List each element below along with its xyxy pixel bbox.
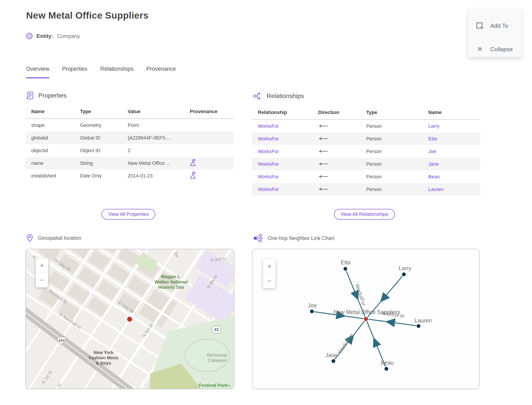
add-to-button[interactable]: Add To: [476, 22, 508, 30]
chart-zoom-in-button[interactable]: +: [263, 259, 276, 274]
link-chart-canvas[interactable]: Etta Larry Joe Lauren Jane Beau New Meta…: [253, 249, 479, 389]
table-row: WorksFor Person Larry: [252, 120, 480, 132]
arrow-left-icon: [318, 162, 328, 166]
table-row: WorksFor Person Jane: [252, 158, 480, 170]
link-chart-edge-labels: WorksFor WorksFor WorksFor: [337, 283, 405, 355]
relationship-link[interactable]: WorksFor: [258, 136, 279, 142]
prop-type: String: [74, 157, 122, 169]
tab-provenance[interactable]: Provenance: [146, 66, 176, 78]
entity-type-value: Company: [57, 33, 80, 39]
entity-type-dot-icon: [26, 33, 33, 39]
provenance-flag-icon[interactable]: [190, 159, 196, 167]
relationship-link[interactable]: WorksFor: [258, 148, 279, 154]
link-chart-title: One-hop Neighbor Link Chart: [268, 235, 334, 241]
entity-label: Entity:: [37, 33, 53, 39]
arrow-left-icon: [318, 175, 328, 178]
svg-text:Maggie L.: Maggie L.: [161, 274, 181, 279]
table-row: WorksFor Person Lauren: [252, 183, 480, 196]
entity-name-link[interactable]: Lauren: [428, 187, 444, 192]
node-center-entity[interactable]: [364, 317, 368, 321]
map-pin-icon: [27, 234, 33, 242]
rel-type: Person: [360, 132, 423, 145]
table-row: WorksFor Person Beau: [252, 170, 480, 183]
entity-name-link[interactable]: Joe: [428, 148, 436, 154]
route-shield-33: 33: [212, 326, 220, 333]
prop-type: Object ID: [74, 144, 122, 157]
svg-text:Festival Park: Festival Park: [199, 383, 228, 388]
chart-zoom-out-button[interactable]: −: [263, 274, 276, 288]
map-canvas[interactable]: k Rd W Clay St Sa N 3rd St N 4th St Mars…: [26, 249, 234, 389]
col-header-name: Name: [26, 106, 74, 119]
view-all-relationships-button[interactable]: View All Relationships: [334, 209, 395, 220]
entity-name-link[interactable]: Etta: [428, 136, 437, 142]
properties-section-title: Properties: [38, 92, 67, 99]
node-etta[interactable]: [343, 267, 348, 271]
relationship-link[interactable]: WorksFor: [258, 161, 279, 167]
col-header-direction: Direction: [312, 107, 360, 120]
rel-type: Person: [360, 120, 423, 132]
tab-properties[interactable]: Properties: [62, 66, 87, 78]
properties-section: Properties Name Type Value Provenance sh…: [26, 91, 234, 182]
relationship-link[interactable]: WorksFor: [258, 187, 279, 192]
properties-table: Name Type Value Provenance shape Geometr…: [26, 106, 234, 182]
provenance-flag-icon[interactable]: [190, 171, 196, 179]
node-larry[interactable]: [402, 272, 406, 277]
relationship-link[interactable]: WorksFor: [258, 123, 279, 129]
prop-type: Geometry: [74, 119, 122, 132]
map-zoom-out-button[interactable]: −: [36, 273, 48, 287]
node-jane[interactable]: [331, 359, 336, 363]
geospatial-title: Geospatial location: [38, 235, 81, 241]
prop-name: shape: [26, 119, 74, 132]
entity-row: Entity: Company: [26, 33, 80, 39]
map-location-marker[interactable]: [127, 317, 132, 322]
entity-name-link[interactable]: Jane: [428, 161, 439, 167]
prop-value: 2: [122, 144, 184, 157]
map-zoom-control: + −: [36, 258, 48, 287]
svg-text:250: 250: [59, 338, 64, 342]
chart-zoom-control: + −: [263, 259, 276, 288]
collapse-chevrons-icon: »: [476, 45, 484, 53]
rel-type: Person: [360, 158, 423, 170]
svg-text:New York: New York: [93, 350, 113, 355]
table-row: objectid Object ID 2: [26, 144, 234, 157]
entity-page: New Metal Office Suppliers Entity: Compa…: [0, 0, 532, 405]
properties-icon: [26, 91, 34, 100]
svg-text:Richmond: Richmond: [207, 353, 227, 358]
table-row: established Date Only 2014-01-23: [26, 169, 234, 182]
tab-overview[interactable]: Overview: [26, 66, 49, 78]
prop-type: Date Only: [74, 169, 122, 182]
table-row: WorksFor Person Joe: [252, 145, 480, 158]
prop-value: Point: [122, 119, 184, 132]
prop-value: New Metal Office ...: [122, 157, 184, 169]
svg-text:Beau: Beau: [381, 359, 394, 366]
svg-text:WorksFor: WorksFor: [381, 310, 405, 319]
page-title: New Metal Office Suppliers: [26, 10, 148, 21]
table-row: name String New Metal Office ...: [26, 157, 234, 169]
svg-text:33: 33: [214, 328, 219, 332]
entity-name-link[interactable]: Beau: [428, 174, 439, 179]
svg-text:WorksFor: WorksFor: [337, 332, 354, 355]
relationships-table: Relationship Direction Type Name WorksFo…: [252, 107, 480, 196]
arrow-left-icon: [318, 137, 328, 140]
svg-text:Jane: Jane: [326, 352, 337, 358]
svg-text:Lauren: Lauren: [414, 317, 432, 324]
prop-type: Global ID: [74, 132, 122, 144]
link-chart-node-labels: Etta Larry Joe Lauren Jane Beau New Meta…: [308, 259, 432, 366]
map-zoom-in-button[interactable]: +: [36, 258, 48, 273]
node-beau[interactable]: [384, 367, 389, 371]
col-header-name: Name: [423, 107, 480, 120]
node-lauren[interactable]: [417, 324, 421, 328]
view-all-properties-button[interactable]: View All Properties: [101, 209, 155, 220]
geospatial-header: Geospatial location: [27, 234, 81, 242]
col-header-provenance: Provenance: [184, 106, 234, 119]
rel-type: Person: [360, 183, 423, 196]
link-chart-header: One-hop Neighbor Link Chart: [253, 234, 334, 243]
collapse-button[interactable]: » Collapse: [476, 45, 513, 53]
entity-name-link[interactable]: Larry: [428, 123, 439, 129]
relationship-link[interactable]: WorksFor: [258, 174, 279, 179]
tab-relationships[interactable]: Relationships: [100, 66, 133, 78]
node-joe[interactable]: [310, 309, 314, 314]
col-header-type: Type: [74, 106, 122, 119]
col-header-type: Type: [360, 107, 423, 120]
arrow-left-icon: [318, 124, 328, 128]
